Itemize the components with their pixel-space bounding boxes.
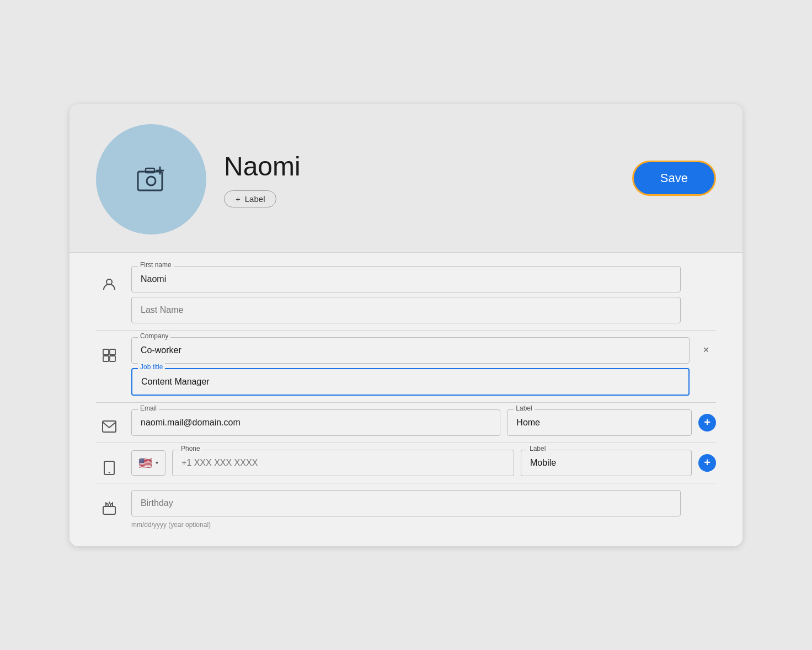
birthday-wrapper (131, 490, 681, 516)
name-fields: First name (131, 266, 681, 323)
birthday-fields (131, 490, 681, 516)
phone-icon (96, 461, 122, 475)
svg-point-1 (147, 177, 156, 185)
last-name-input[interactable] (131, 297, 681, 323)
add-photo-icon (136, 166, 167, 193)
first-name-wrapper: First name (131, 266, 681, 292)
svg-rect-12 (103, 507, 115, 514)
email-input[interactable] (131, 409, 500, 436)
birthday-input[interactable] (131, 490, 681, 516)
svg-rect-7 (110, 349, 115, 355)
phone-field-row: 🇺🇸 ▾ Phone Label + (131, 450, 716, 476)
svg-rect-6 (103, 349, 109, 355)
plus-icon: + (704, 416, 710, 429)
svg-rect-10 (103, 421, 116, 432)
company-fields: Company × Job title (131, 337, 716, 396)
form-section: First name (70, 253, 742, 546)
email-row: Email Label + (96, 409, 716, 436)
svg-point-11 (109, 472, 110, 473)
job-title-label: Job title (138, 363, 165, 371)
email-label: Email (138, 404, 159, 412)
email-label-input[interactable] (507, 409, 692, 436)
email-label-label: Label (514, 404, 534, 412)
divider-3 (96, 443, 716, 443)
add-phone-button[interactable]: + (698, 454, 716, 472)
email-icon (96, 420, 122, 433)
phone-label: Phone (179, 445, 202, 452)
add-label-button[interactable]: + Label (224, 190, 276, 207)
header-section: Naomi + Label Save (70, 104, 742, 253)
company-wrapper: Company (131, 337, 690, 364)
add-email-button[interactable]: + (698, 414, 716, 431)
phone-fields: 🇺🇸 ▾ Phone Label + (131, 450, 716, 476)
first-name-input[interactable] (131, 266, 681, 292)
last-name-wrapper (131, 297, 681, 323)
chevron-down-icon: ▾ (156, 460, 158, 466)
phone-label-wrapper: Label (521, 450, 692, 476)
email-wrapper: Email (131, 409, 500, 436)
company-label: Company (138, 332, 170, 340)
company-row: Company × Job title (96, 337, 716, 396)
save-button[interactable]: Save (632, 161, 716, 196)
svg-rect-0 (138, 172, 162, 190)
svg-rect-9 (110, 356, 115, 361)
phone-number-wrapper: Phone (172, 450, 514, 476)
divider-1 (96, 330, 716, 331)
birthday-row (96, 490, 716, 516)
clear-company-button[interactable]: × (696, 340, 716, 360)
header-info: Naomi + Label (224, 151, 301, 207)
job-title-field-row: Job title (131, 368, 716, 396)
divider-4 (96, 483, 716, 483)
job-title-input[interactable] (131, 368, 690, 396)
person-icon (96, 277, 122, 291)
first-name-label: First name (138, 261, 174, 269)
contact-name: Naomi (224, 151, 301, 182)
close-icon: × (703, 344, 709, 356)
divider-2 (96, 402, 716, 403)
email-label-wrapper: Label (507, 409, 692, 436)
svg-rect-8 (103, 356, 109, 361)
phone-country-selector[interactable]: 🇺🇸 ▾ (131, 450, 165, 476)
phone-label-label: Label (527, 445, 548, 452)
company-input[interactable] (131, 337, 690, 364)
svg-rect-2 (146, 168, 154, 173)
birthday-hint: mm/dd/yyyy (year optional) (96, 521, 716, 529)
phone-label-input[interactable] (521, 450, 692, 476)
plus-icon: + (704, 456, 710, 469)
label-button-text: Label (245, 194, 265, 204)
phone-input[interactable] (172, 450, 514, 476)
birthday-icon (96, 501, 122, 515)
phone-row: 🇺🇸 ▾ Phone Label + (96, 450, 716, 476)
company-field-row: Company × (131, 337, 716, 364)
job-title-wrapper: Job title (131, 368, 690, 396)
company-icon (96, 348, 122, 363)
email-fields: Email Label + (131, 409, 716, 436)
email-field-row: Email Label + (131, 409, 716, 436)
name-row: First name (96, 266, 716, 323)
contact-card: Naomi + Label Save First name (70, 104, 742, 546)
us-flag-icon: 🇺🇸 (138, 456, 152, 470)
plus-icon: + (236, 194, 241, 204)
avatar-upload[interactable] (96, 124, 206, 235)
